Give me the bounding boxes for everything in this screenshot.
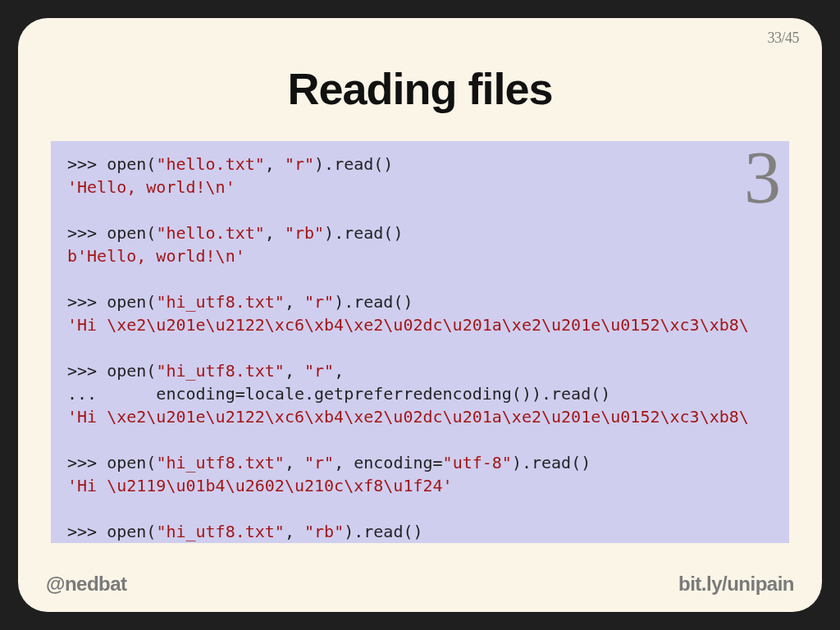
code-text: , encoding= [334,453,442,472]
code-text: >>> open( [67,522,156,541]
code-output: 'Hi \u2119\u01b4\u2602\u210c\xf8\u1f24' [67,476,453,495]
python-version-badge: 3 [744,141,781,215]
code-output: 'Hello, world!\n' [67,177,235,197]
footer-link: bit.ly/unipain [678,573,794,596]
code-string: "hi_utf8.txt" [156,361,285,381]
code-string: "rb" [304,522,344,541]
code-string: "hi_utf8.txt" [156,292,285,312]
code-text: >>> open( [67,453,156,472]
code-string: "utf-8" [443,453,512,472]
code-string: "r" [304,361,334,381]
code-string: "hi_utf8.txt" [156,522,285,541]
code-text: , [265,154,285,174]
code-string: "hello.txt" [156,223,264,243]
slide-title: Reading files [18,63,822,114]
code-text: , [334,361,344,381]
footer-handle: @nedbat [46,573,127,596]
code-text: , [285,361,304,381]
code-output: 'Hi \xe2\u201e\u2122\xc6\xb4\xe2\u02dc\u… [67,315,749,335]
code-string: "r" [304,453,334,472]
code-string: "rb" [285,223,324,243]
code-output: b'Hello, world!\n' [67,246,245,266]
code-text: ).read() [324,223,403,243]
code-text: ).read() [344,522,422,541]
code-text: ).read() [512,453,591,472]
slide: 33/45 Reading files 3 >>> open("hello.tx… [18,18,822,612]
code-text: ... encoding=locale.getpreferredencoding… [67,384,610,404]
code-text: >>> open( [67,361,156,381]
code-string: "hello.txt" [156,154,264,174]
code-output: 'Hi \xe2\u201e\u2122\xc6\xb4\xe2\u02dc\u… [67,407,749,427]
code-block: >>> open("hello.txt", "r").read() 'Hello… [51,141,789,543]
code-text: , [285,292,304,312]
code-string: "r" [304,292,334,312]
code-text: >>> open( [67,292,156,312]
page-counter: 33/45 [767,30,799,47]
code-text: >>> open( [67,154,156,174]
code-string: "hi_utf8.txt" [156,453,285,472]
code-text: , [265,223,285,243]
code-text: >>> open( [67,223,156,243]
code-text: ).read() [334,292,413,312]
code-text: ).read() [314,154,393,174]
code-text: , [285,522,304,541]
code-string: "r" [285,154,314,174]
code-text: , [285,453,304,472]
